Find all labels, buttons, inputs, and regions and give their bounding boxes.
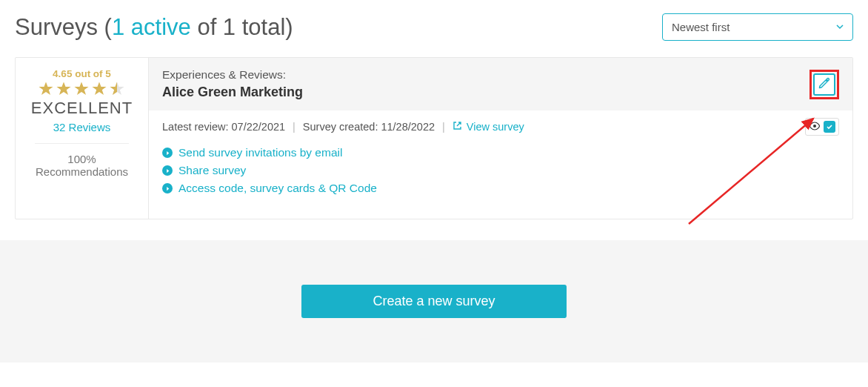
created-date: 11/28/2022 — [381, 121, 435, 133]
create-survey-button[interactable]: Create a new survey — [301, 285, 566, 318]
action-list: Send survey invitations by email Share s… — [162, 146, 839, 195]
recommendation-pct: 100% — [21, 153, 142, 165]
recommendation-label: Recommendations — [21, 165, 142, 178]
experiences-label: Experiences & Reviews: — [162, 68, 303, 82]
paren-close: ) — [285, 14, 293, 40]
external-link-icon — [453, 121, 462, 133]
rating-column: 4.65 out of 5 EXCELLENT 32 Reviews — [16, 58, 149, 219]
edit-button-highlight — [809, 70, 839, 99]
view-survey-label: View survey — [467, 121, 524, 133]
content-column: Experiences & Reviews: Alice Green Marke… — [149, 58, 852, 219]
chevron-right-icon — [162, 183, 173, 194]
chevron-right-icon — [162, 165, 173, 176]
chevron-right-icon — [162, 148, 173, 158]
content-body: Latest review: 07/22/2021 | Survey creat… — [149, 110, 852, 219]
footer-band: Create a new survey — [0, 240, 868, 363]
meta-row: Latest review: 07/22/2021 | Survey creat… — [162, 121, 839, 133]
survey-card: 4.65 out of 5 EXCELLENT 32 Reviews — [15, 57, 853, 219]
content-header: Experiences & Reviews: Alice Green Marke… — [149, 58, 852, 110]
latest-review-label: Latest review: — [162, 121, 232, 133]
pencil-icon — [818, 76, 831, 93]
sort-dropdown[interactable]: Newest first — [662, 13, 853, 41]
send-invitations-link[interactable]: Send survey invitations by email — [178, 146, 342, 159]
edit-button[interactable] — [813, 73, 835, 96]
paren-open: ( — [104, 14, 112, 40]
separator: | — [442, 121, 445, 133]
survey-name: Alice Green Marketing — [162, 85, 303, 100]
created-label: Survey created: — [303, 121, 381, 133]
divider — [35, 143, 129, 144]
reviews-link[interactable]: 32 Reviews — [53, 121, 111, 133]
check-icon — [824, 121, 835, 133]
view-survey-link[interactable]: View survey — [453, 121, 524, 133]
latest-review-date: 07/22/2021 — [232, 121, 286, 133]
visibility-toggle[interactable] — [805, 118, 839, 136]
of-total: of 1 total — [191, 14, 286, 40]
svg-point-1 — [813, 125, 816, 128]
access-code-link[interactable]: Access code, survey cards & QR Code — [178, 182, 377, 195]
separator: | — [293, 121, 296, 133]
sort-selected[interactable]: Newest first — [662, 13, 853, 41]
list-item: Access code, survey cards & QR Code — [162, 182, 839, 195]
list-item: Send survey invitations by email — [162, 146, 839, 159]
rating-score: 4.65 out of 5 — [21, 68, 142, 79]
rating-stars — [21, 81, 142, 97]
page-title: Surveys (1 active of 1 total) — [15, 14, 293, 41]
list-item: Share survey — [162, 164, 839, 177]
share-survey-link[interactable]: Share survey — [178, 164, 246, 177]
rating-grade: EXCELLENT — [21, 99, 142, 118]
eye-icon — [809, 120, 821, 133]
active-count-link[interactable]: 1 active — [112, 14, 191, 40]
title-prefix: Surveys — [15, 14, 104, 40]
